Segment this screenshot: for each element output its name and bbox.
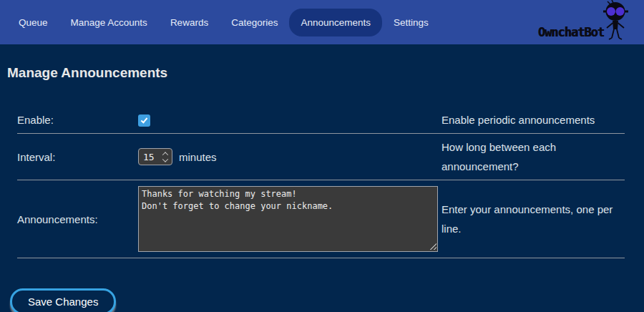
number-spinner[interactable] <box>163 152 172 162</box>
form-row-announcements: Announcements: Thanks for watching my st… <box>17 180 625 258</box>
check-icon <box>141 116 148 123</box>
enable-checkbox[interactable] <box>138 114 150 127</box>
nav-item-categories[interactable]: Categories <box>220 9 289 36</box>
form-row-interval: Interval: 15 minutes How long between ea… <box>17 134 625 180</box>
nav-item-settings[interactable]: Settings <box>382 9 440 36</box>
nav-item-announcements[interactable]: Announcements <box>289 9 382 36</box>
brand-name: OwnchatBot <box>538 25 604 44</box>
robot-mascot-icon <box>601 0 631 43</box>
top-navbar: Queue Manage Accounts Rewards Categories… <box>0 0 644 44</box>
nav-item-manage-accounts[interactable]: Manage Accounts <box>59 9 159 36</box>
interval-value: 15 <box>139 152 163 162</box>
nav-item-queue[interactable]: Queue <box>7 9 59 36</box>
page-title: Manage Announcements <box>7 65 644 81</box>
interval-label: Interval: <box>17 134 138 180</box>
save-changes-button[interactable]: Save Changes <box>10 288 116 312</box>
interval-help-text: How long between each announcement? <box>441 134 625 180</box>
brand-logo: OwnchatBot <box>538 0 631 44</box>
interval-suffix: minutes <box>179 151 217 163</box>
announcements-textarea[interactable]: Thanks for watching my stream! Don't for… <box>138 186 438 252</box>
spinner-down-icon[interactable] <box>162 156 168 162</box>
interval-input[interactable]: 15 <box>138 148 172 165</box>
announcements-label: Announcements: <box>17 180 138 258</box>
enable-help-text: Enable periodic announcements <box>441 107 625 134</box>
form-row-enable: Enable: Enable periodic announcements <box>17 107 625 134</box>
enable-label: Enable: <box>17 107 138 134</box>
announcements-form: Enable: Enable periodic announcements In… <box>17 107 625 258</box>
announcements-help-text: Enter your announcements, one per line. <box>441 180 625 258</box>
nav-item-rewards[interactable]: Rewards <box>159 9 220 36</box>
